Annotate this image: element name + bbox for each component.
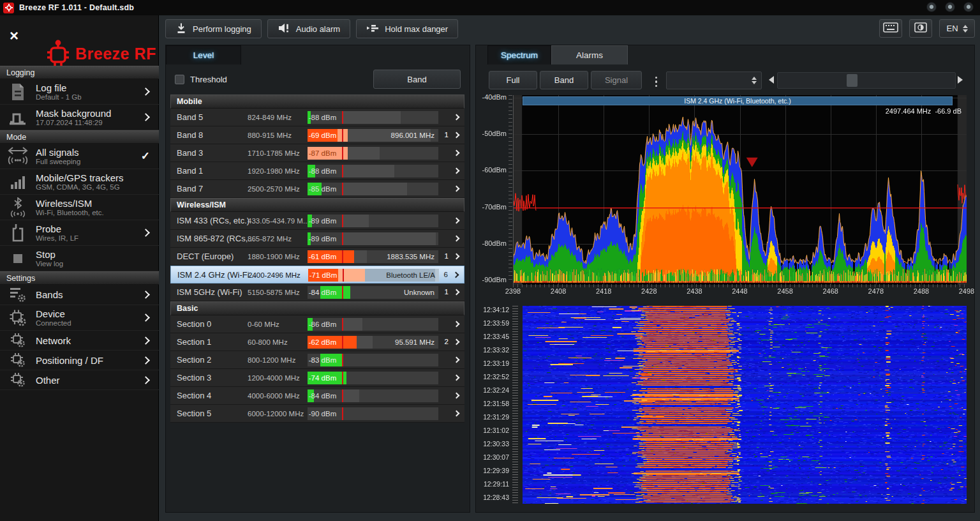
threshold-marker: [342, 372, 343, 384]
band-row-ism-865-872-rcs[interactable]: ISM 865-872 (RCs,...865-872 MHz-89 dBm: [170, 230, 464, 248]
band-row-band-1[interactable]: Band 11920-1980 MHz-88 dBm: [170, 162, 464, 180]
band-name: Band 1: [177, 166, 203, 176]
band-name: ISM 865-872 (RCs,...: [177, 234, 255, 243]
waterfall-timestamp: 12:33:19: [476, 359, 509, 367]
window-button-1[interactable]: [926, 2, 937, 12]
signal-label: Bluetooth LE/A: [386, 269, 435, 282]
y-axis-minor-ticks: [509, 95, 512, 282]
band-row-section-5[interactable]: Section 56000-12000 MHz-90 dBm: [170, 405, 464, 423]
level-meter: -84 dBmUnknown: [308, 286, 438, 299]
tab-spectrum[interactable]: Spectrum: [487, 45, 551, 64]
signal-label: 896.001 MHz: [391, 129, 434, 142]
sidebar-item-device[interactable]: DeviceConnected: [0, 305, 159, 331]
keyboard-button[interactable]: [879, 19, 902, 38]
close-sidebar-button[interactable]: ×: [10, 29, 19, 42]
band-range: 1920-1980 MHz: [248, 167, 300, 175]
scroll-left-arrow[interactable]: [769, 76, 774, 84]
waterfall-timestamp: 12:33:59: [476, 319, 509, 327]
toolbar-right: EN: [879, 19, 975, 38]
sidebar-item-wireless-ism[interactable]: Wireless/ISMWi-Fi, Bluetooth, etc.: [0, 195, 159, 220]
sidebar-item-mask-background[interactable]: Mask background17.07.2024 11:48:29: [0, 105, 159, 130]
band-range: 5150-5875 MHz: [248, 289, 300, 296]
sidebar-item-subtitle: 17.07.2024 11:48:29: [36, 119, 159, 127]
band-row-band-3[interactable]: Band 31710-1785 MHz-87 dBm: [170, 144, 464, 162]
scrollbar-track[interactable]: [777, 72, 956, 89]
tab-alarms[interactable]: Alarms: [551, 45, 628, 64]
perform-logging-button[interactable]: Perform logging: [165, 19, 262, 38]
app-window: Breeze RF 1.011 - Default.sdb × Breeze R…: [0, 0, 980, 521]
sidebar-item-stop[interactable]: StopView log: [0, 246, 159, 271]
sidebar-item-network[interactable]: Network: [0, 331, 159, 351]
audio-alarm-label: Audio alarm: [296, 24, 340, 34]
scroll-right-arrow[interactable]: [958, 76, 963, 84]
threshold-marker: [342, 336, 343, 349]
cursor-readout: 2497.464 MHz -66.9 dB: [886, 107, 961, 115]
waterfall-timestamp: 12:31:58: [476, 400, 509, 407]
band-row-section-3[interactable]: Section 31200-4000 MHz-74 dBm: [170, 369, 464, 387]
band-row-band-5[interactable]: Band 5824-849 MHz-88 dBm: [170, 109, 464, 126]
sidebar-item-log-file[interactable]: Log fileDefault - 1 Gb: [0, 79, 159, 105]
sidebar-item-probe[interactable]: ProbeWires, IR, LF: [0, 220, 159, 246]
band-row-band-7[interactable]: Band 72500-2570 MHz-85 dBm: [170, 180, 464, 198]
signal-label: Unknown: [404, 286, 434, 299]
band-row-section-0[interactable]: Section 00-60 MHz-86 dBm: [170, 315, 464, 333]
display-contrast-button[interactable]: [909, 19, 932, 38]
sidebar-item-all-signals[interactable]: All signalsFull sweeping✓: [0, 144, 159, 169]
threshold-marker: [342, 183, 343, 195]
view-signal-button[interactable]: Signal: [591, 71, 642, 89]
band-name: ISM 433 (RCs, etc.): [177, 216, 249, 225]
threshold-checkbox[interactable]: [175, 75, 184, 84]
hold-max-danger-label: Hold max danger: [385, 24, 448, 34]
threshold-marker: [342, 354, 343, 366]
hold-max-danger-button[interactable]: Hold max danger: [356, 19, 458, 38]
window-button-3[interactable]: [963, 2, 974, 12]
chevron-right-icon: [454, 218, 460, 224]
view-band-button[interactable]: Band: [540, 71, 588, 89]
spinner-arrows-icon: [752, 77, 757, 84]
sidebar-item-title: Network: [36, 335, 159, 346]
level-bar-fill: [338, 336, 357, 349]
language-selector[interactable]: EN: [939, 19, 975, 38]
sidebar-item-mobile-gps-trackers[interactable]: Mobile/GPS trackersGSM, CDMA, 3G, 4G, 5G: [0, 169, 159, 195]
section-header-mode: Mode: [0, 130, 159, 144]
band-row-ism-433-rcs-etc[interactable]: ISM 433 (RCs, etc.)433.05-434.79 M...-89…: [170, 212, 464, 230]
waterfall-plot[interactable]: [523, 306, 967, 504]
checkmark-icon: ✓: [141, 149, 150, 163]
menu-dots-button[interactable]: [653, 74, 660, 89]
signal-dropdown[interactable]: [666, 72, 762, 89]
band-range: 6000-12000 MHz: [248, 410, 304, 418]
audio-alarm-button[interactable]: Audio alarm: [267, 19, 350, 38]
level-value: -71 dBm: [308, 269, 338, 282]
spectrum-plot[interactable]: [513, 95, 967, 285]
scrollbar-thumb[interactable]: [847, 74, 858, 87]
signal-count: 1: [445, 131, 449, 139]
language-value: EN: [946, 24, 958, 33]
sidebar-item-subtitle: Default - 1 Gb: [36, 93, 159, 102]
band-row-section-1[interactable]: Section 160-800 MHz-62 dBm95.591 MHz2: [170, 333, 464, 351]
x-axis-label: 2498: [951, 287, 980, 295]
band-range: 1880-1900 MHz: [248, 253, 300, 260]
y-axis-label: -90dBm: [476, 276, 507, 283]
band-row-ism-2-4-ghz-wi-fi[interactable]: ISM 2.4 GHz (Wi-Fi...2400-2496 MHz-71 dB…: [170, 266, 464, 283]
level-panel: Level Threshold Band MobileBand 5824-849…: [165, 45, 470, 513]
sidebar-item-other[interactable]: Other: [0, 370, 159, 390]
display-contrast-icon: [914, 22, 927, 34]
sidebar-item-positioning-df[interactable]: Positioning / DF: [0, 351, 159, 370]
tab-level[interactable]: Level: [166, 45, 241, 64]
band-row-section-4[interactable]: Section 44000-6000 MHz-84 dBm: [170, 387, 464, 405]
level-bar-fill: [338, 250, 354, 263]
level-meter: -87 dBm: [308, 147, 438, 160]
band-button[interactable]: Band: [373, 70, 461, 89]
level-value: -87 dBm: [308, 147, 338, 160]
band-list: MobileBand 5824-849 MHz-88 dBmBand 8880-…: [170, 94, 464, 423]
band-row-band-8[interactable]: Band 8880-915 MHz-69 dBm896.001 MHz1: [170, 126, 464, 144]
band-row-section-2[interactable]: Section 2800-1200 MHz-83 dBm: [170, 351, 464, 369]
band-row-ism-5ghz-wi-fi[interactable]: ISM 5GHz (Wi-Fi)5150-5875 MHz-84 dBmUnkn…: [170, 283, 464, 301]
x-axis-label: 2438: [678, 287, 710, 295]
band-row-dect-europe[interactable]: DECT (Europe)1880-1900 MHz-61 dBm1883.53…: [170, 248, 464, 266]
band-range: 2500-2570 MHz: [248, 185, 300, 193]
threshold-marker: [342, 111, 343, 124]
sidebar-item-bands[interactable]: Bands: [0, 285, 159, 305]
window-button-2[interactable]: [945, 2, 955, 12]
view-full-button[interactable]: Full: [489, 71, 537, 89]
